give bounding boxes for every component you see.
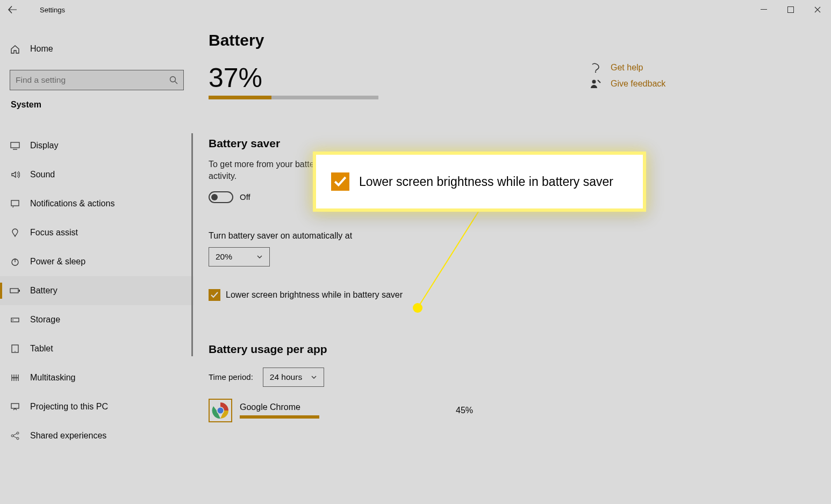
get-help-label: Get help	[611, 63, 643, 73]
app-usage-icon	[209, 399, 232, 422]
svg-point-20	[592, 80, 596, 84]
get-help-link[interactable]: Get help	[590, 62, 665, 73]
svg-rect-1	[788, 7, 794, 13]
display-icon	[10, 140, 20, 151]
help-links: Get help Give feedback	[590, 62, 665, 95]
search-input[interactable]	[16, 75, 169, 85]
sidebar-item-label: Sound	[30, 170, 55, 179]
sidebar-item-tablet[interactable]: Tablet	[0, 334, 194, 363]
content-area: Battery 37% Battery saver To get more fr…	[209, 31, 831, 504]
sidebar-item-shared-experiences[interactable]: Shared experiences	[0, 421, 194, 450]
minimize-button[interactable]	[750, 0, 777, 19]
auto-on-label: Turn battery saver on automatically at	[209, 231, 831, 241]
sidebar-item-power-sleep[interactable]: Power & sleep	[0, 247, 194, 276]
lower-brightness-row[interactable]: Lower screen brightness while in battery…	[209, 289, 831, 301]
app-usage-bar	[240, 415, 319, 419]
app-title: Settings	[25, 6, 65, 14]
feedback-icon	[590, 78, 601, 89]
svg-rect-0	[761, 9, 767, 10]
toggle-knob	[211, 194, 218, 200]
time-period-label: Time period:	[209, 372, 253, 381]
minimize-icon	[761, 6, 767, 13]
battery-progress-fill	[209, 96, 271, 99]
notifications-icon	[10, 198, 20, 209]
sidebar-item-label: Display	[30, 141, 58, 150]
app-usage-name: Google Chrome	[240, 402, 448, 412]
sidebar-item-display[interactable]: Display	[0, 131, 194, 160]
close-icon	[814, 6, 821, 13]
sidebar-home[interactable]: Home	[0, 34, 194, 63]
battery-saver-toggle[interactable]	[209, 191, 233, 203]
home-icon	[10, 44, 20, 54]
check-icon	[210, 291, 219, 299]
help-icon	[590, 62, 601, 73]
close-button[interactable]	[804, 0, 831, 19]
lower-brightness-checkbox[interactable]	[209, 289, 220, 301]
give-feedback-label: Give feedback	[611, 79, 665, 89]
sidebar: Home System Display Sound Notifications …	[0, 19, 194, 504]
maximize-icon	[787, 6, 794, 13]
sidebar-item-label: Storage	[30, 315, 60, 325]
auto-on-select[interactable]: 20%	[209, 247, 270, 267]
callout-popover: Lower screen brightness while in battery…	[313, 152, 646, 212]
time-period-row: Time period: 24 hours	[209, 368, 831, 387]
sidebar-item-label: Battery	[30, 286, 58, 296]
svg-point-15	[17, 437, 19, 440]
search-box[interactable]	[10, 70, 184, 90]
sidebar-section-label: System	[0, 100, 194, 110]
shared-icon	[10, 430, 20, 441]
multitasking-icon	[10, 372, 20, 383]
time-period-select[interactable]: 24 hours	[263, 368, 324, 387]
svg-point-9	[12, 320, 13, 321]
give-feedback-link[interactable]: Give feedback	[590, 78, 665, 89]
tablet-icon	[10, 343, 20, 354]
sidebar-item-label: Shared experiences	[30, 431, 106, 441]
sidebar-item-label: Focus assist	[30, 228, 78, 237]
sidebar-item-multitasking[interactable]: Multitasking	[0, 363, 194, 392]
sidebar-item-label: Projecting to this PC	[30, 402, 108, 412]
usage-heading: Battery usage per app	[209, 343, 831, 356]
scrollbar[interactable]	[191, 133, 193, 356]
sidebar-item-storage[interactable]: Storage	[0, 305, 194, 334]
maximize-button[interactable]	[777, 0, 804, 19]
svg-rect-6	[10, 289, 18, 293]
sound-icon	[10, 169, 20, 180]
battery-progress-bar	[209, 96, 378, 99]
sidebar-item-label: Notifications & actions	[30, 199, 114, 208]
svg-rect-3	[11, 142, 19, 148]
search-icon	[169, 76, 178, 84]
back-button[interactable]	[0, 0, 25, 19]
svg-rect-12	[11, 404, 19, 408]
svg-rect-4	[11, 200, 19, 206]
svg-point-13	[11, 435, 13, 437]
sidebar-item-focus-assist[interactable]: Focus assist	[0, 218, 194, 247]
sidebar-item-sound[interactable]: Sound	[0, 160, 194, 189]
chevron-down-icon	[256, 254, 263, 260]
sidebar-item-label: Tablet	[30, 344, 53, 354]
title-bar: Settings	[0, 0, 831, 19]
svg-point-14	[17, 432, 19, 434]
sidebar-item-label: Power & sleep	[30, 257, 85, 267]
svg-point-19	[595, 71, 596, 73]
projecting-icon	[10, 401, 20, 412]
arrow-left-icon	[8, 5, 17, 14]
svg-point-2	[170, 77, 176, 82]
app-usage-row[interactable]: Google Chrome 45%	[209, 399, 488, 422]
battery-percent: 37%	[209, 62, 831, 93]
sidebar-item-battery[interactable]: Battery	[0, 276, 194, 305]
sidebar-item-notifications[interactable]: Notifications & actions	[0, 189, 194, 218]
select-value: 20%	[216, 252, 232, 262]
storage-icon	[10, 314, 20, 325]
sidebar-home-label: Home	[30, 44, 53, 54]
power-icon	[10, 256, 20, 267]
svg-point-18	[218, 407, 224, 413]
sidebar-item-label: Multitasking	[30, 373, 75, 383]
select-value: 24 hours	[270, 372, 302, 382]
focus-icon	[10, 227, 20, 238]
chrome-icon	[212, 402, 229, 419]
svg-point-11	[15, 351, 16, 352]
battery-icon	[10, 285, 20, 296]
sidebar-item-projecting[interactable]: Projecting to this PC	[0, 392, 194, 421]
app-usage-meta: Google Chrome	[240, 402, 448, 419]
battery-saver-heading: Battery saver	[209, 137, 831, 150]
